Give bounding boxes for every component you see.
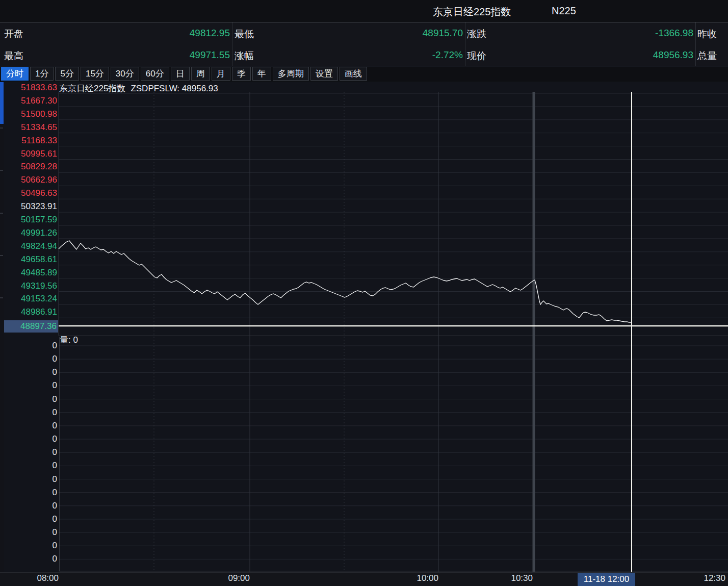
time-tick-10:00: 10:00 (372, 573, 438, 583)
price-tick-49153.24: 49153.24 (0, 293, 57, 304)
scrollbar-tick-4 (0, 297, 3, 298)
price-tick-49319.56: 49319.56 (0, 281, 57, 292)
crosshair-price-label: 48897.36 (0, 320, 58, 333)
volume-tick-13: 0 (0, 514, 57, 525)
stat-value-最高: 49971.55 (24, 49, 230, 61)
price-tick-50323.91: 50323.91 (0, 201, 57, 212)
chart-region[interactable]: 东京日经225指数ZSDPFSLW: 48956.93 51833.635166… (0, 82, 728, 586)
volume-tick-2: 0 (0, 367, 57, 378)
tab-季[interactable]: 季 (232, 67, 251, 81)
price-tick-51334.65: 51334.65 (0, 122, 57, 133)
tab-多周期[interactable]: 多周期 (273, 67, 309, 81)
price-tick-49824.94: 49824.94 (0, 241, 57, 252)
price-tick-50157.59: 50157.59 (0, 214, 57, 225)
time-tick-09:00: 09:00 (184, 573, 250, 583)
tab-60分[interactable]: 60分 (141, 67, 169, 81)
price-tick-51168.33: 51168.33 (0, 135, 57, 146)
stats-separator-2 (695, 22, 696, 66)
price-tick-50829.28: 50829.28 (0, 161, 57, 172)
price-tick-50995.61: 50995.61 (0, 148, 57, 160)
period-tab-bar: 分时1分5分15分30分60分日周月季年多周期设置画线 (0, 67, 728, 82)
price-chart-plot[interactable] (0, 82, 728, 586)
volume-tick-0: 0 (0, 340, 57, 351)
stats-separator-0 (232, 22, 232, 66)
stat-label-最高: 最高 (4, 49, 23, 63)
instrument-symbol: N225 (552, 5, 576, 17)
time-axis: 11-18 12:00 08:0009:0010:0010:3012:30 (0, 572, 728, 586)
tab-30分[interactable]: 30分 (111, 67, 139, 81)
stat-value-最低: 48915.70 (255, 28, 463, 39)
volume-tick-11: 0 (0, 487, 57, 498)
price-line (59, 241, 631, 322)
stat-value-涨幅: -2.72% (255, 49, 463, 61)
price-tick-51667.30: 51667.30 (0, 95, 57, 107)
tab-年[interactable]: 年 (252, 67, 271, 81)
price-tick-49485.89: 49485.89 (0, 267, 57, 278)
volume-tick-1: 0 (0, 353, 57, 365)
scrollbar-thumb[interactable] (0, 82, 4, 124)
time-tick-10:30: 10:30 (466, 573, 533, 583)
crosshair-time-label: 11-18 12:00 (578, 573, 635, 586)
volume-tick-12: 0 (0, 500, 57, 512)
stat-label-涨幅: 涨幅 (235, 49, 254, 63)
volume-tick-4: 0 (0, 394, 57, 405)
time-tick-08:00: 08:00 (0, 573, 59, 583)
price-tick-48986.91: 48986.91 (0, 307, 57, 318)
volume-tick-9: 0 (0, 460, 57, 471)
volume-tick-10: 0 (0, 474, 57, 485)
time-tick-12:30: 12:30 (659, 573, 725, 583)
tab-设置[interactable]: 设置 (310, 67, 338, 81)
volume-tick-14: 0 (0, 527, 57, 538)
volume-tick-7: 0 (0, 434, 57, 445)
volume-tick-16: 0 (0, 553, 57, 565)
volume-tick-6: 0 (0, 420, 57, 431)
stat-label-最低: 最低 (235, 28, 254, 41)
volume-tick-3: 0 (0, 380, 57, 391)
tab-分时[interactable]: 分时 (1, 67, 29, 81)
volume-tick-8: 0 (0, 447, 57, 458)
stat-value-涨跌: -1366.98 (487, 28, 693, 39)
price-tick-51833.63: 51833.63 (0, 82, 57, 93)
tab-日[interactable]: 日 (171, 67, 190, 81)
quote-stats-bar: 开盘49812.95最低48915.70涨跌-1366.98昨收最高49971.… (0, 22, 728, 66)
stats-separator-1 (465, 22, 465, 66)
instrument-title: 东京日经225指数 (433, 5, 511, 19)
volume-header-label: 量: 0 (60, 334, 78, 346)
volume-tick-15: 0 (0, 540, 57, 551)
title-bar: 东京日经225指数 N225 (0, 0, 728, 22)
stat-label-总量: 总量 (697, 49, 717, 63)
price-tick-50662.96: 50662.96 (0, 174, 57, 186)
stat-value-现价: 48956.93 (487, 49, 693, 61)
stat-label-昨收: 昨收 (697, 28, 717, 41)
tab-月[interactable]: 月 (212, 67, 230, 81)
tab-周[interactable]: 周 (191, 67, 210, 81)
stat-value-开盘: 49812.95 (24, 28, 230, 39)
volume-tick-5: 0 (0, 407, 57, 418)
scrollbar-tick-0 (0, 128, 3, 129)
price-tick-50496.63: 50496.63 (0, 188, 57, 199)
left-scrollbar[interactable] (0, 82, 4, 572)
stat-label-涨跌: 涨跌 (467, 28, 486, 41)
price-tick-49991.26: 49991.26 (0, 227, 57, 239)
trading-app-window: 东京日经225指数 N225 开盘49812.95最低48915.70涨跌-13… (0, 0, 728, 586)
tab-5分[interactable]: 5分 (55, 67, 79, 81)
tab-1分[interactable]: 1分 (30, 67, 54, 81)
price-tick-49658.61: 49658.61 (0, 254, 57, 265)
scrollbar-tick-3 (0, 255, 3, 256)
price-tick-51500.98: 51500.98 (0, 109, 57, 120)
tab-画线[interactable]: 画线 (340, 67, 367, 81)
stat-label-开盘: 开盘 (4, 28, 23, 41)
tab-15分[interactable]: 15分 (81, 67, 109, 81)
stat-label-现价: 现价 (467, 49, 486, 63)
scrollbar-tick-2 (0, 213, 3, 214)
scrollbar-tick-1 (0, 170, 3, 171)
